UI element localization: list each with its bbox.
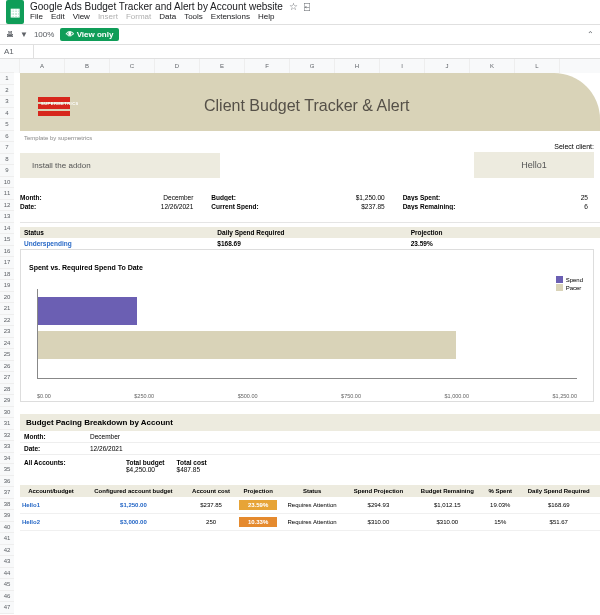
print-icon[interactable]: 🖶: [6, 30, 14, 39]
menu-view[interactable]: View: [73, 12, 90, 21]
star-icon[interactable]: ☆: [289, 1, 298, 12]
client-select[interactable]: Hello1: [474, 152, 594, 178]
menu-edit[interactable]: Edit: [51, 12, 65, 21]
sheets-icon: ▦: [6, 0, 24, 24]
row-headers[interactable]: 1234567891011121314151617181920212223242…: [0, 59, 14, 614]
table-row[interactable]: Hello2$3,000.0025010.33%Requires Attenti…: [20, 514, 600, 531]
pacing-breakdown: Budget Pacing Breakdown by Account Month…: [20, 414, 600, 531]
status-value: Underspending: [20, 238, 213, 249]
accounts-table: Account/budgetConfigured account budgetA…: [20, 485, 600, 531]
menu-extensions[interactable]: Extensions: [211, 12, 250, 21]
zoom-select[interactable]: 100%: [34, 30, 54, 39]
select-client-label: Select client:: [228, 143, 594, 150]
name-box[interactable]: A1: [0, 45, 34, 58]
supermetrics-logo: SUPERMETRICS: [38, 95, 70, 118]
chart-container: Spent vs. Required Spend To Date Spend P…: [20, 249, 594, 402]
chart-bars: [37, 289, 577, 379]
doc-title[interactable]: Google Ads Budget Tracker and Alert by A…: [30, 1, 283, 12]
fx-icon: [34, 45, 42, 58]
menu-insert[interactable]: Insert: [98, 12, 118, 21]
section-title: Budget Pacing Breakdown by Account: [20, 414, 600, 431]
table-header-row: Account/budgetConfigured account budgetA…: [20, 485, 600, 497]
formula-bar: A1: [0, 45, 600, 59]
hero-title: Client Budget Tracker & Alert: [204, 97, 409, 115]
template-header: SUPERMETRICS Client Budget Tracker & Ale…: [20, 73, 600, 131]
toolbar-chevron-icon[interactable]: ⌃: [587, 30, 594, 39]
toolbar: 🖶 ▼ 100% 👁 View only ⌃: [0, 24, 600, 45]
byline: Template by supermetrics: [24, 135, 600, 141]
menu-help[interactable]: Help: [258, 12, 274, 21]
chart-title: Spent vs. Required Spend To Date: [29, 264, 587, 271]
menu-tools[interactable]: Tools: [184, 12, 203, 21]
install-addon-button[interactable]: Install the addon: [20, 153, 220, 178]
filter-icon[interactable]: ▼: [20, 30, 28, 39]
grid[interactable]: ABCDEFGHIJKL SUPERMETRICS Client Budget …: [14, 59, 600, 614]
menu-bar: File Edit View Insert Format Data Tools …: [30, 12, 310, 23]
metrics-block: Month:December Date:12/26/2021 Budget:$1…: [20, 192, 600, 212]
menu-file[interactable]: File: [30, 12, 43, 21]
column-headers[interactable]: ABCDEFGHIJKL: [14, 59, 600, 73]
menu-data[interactable]: Data: [159, 12, 176, 21]
view-only-badge[interactable]: 👁 View only: [60, 28, 119, 41]
menu-format[interactable]: Format: [126, 12, 151, 21]
chart-x-axis: $0.00$250.00$500.00$750.00$1,000.00$1,25…: [37, 393, 577, 399]
table-row[interactable]: Hello1$1,250.00$237.8523.59%Requires Att…: [20, 497, 600, 514]
status-row: Status Underspending Daily Spend Require…: [20, 227, 600, 249]
move-icon[interactable]: ⍇: [304, 1, 310, 12]
title-bar: ▦ Google Ads Budget Tracker and Alert by…: [0, 0, 600, 24]
